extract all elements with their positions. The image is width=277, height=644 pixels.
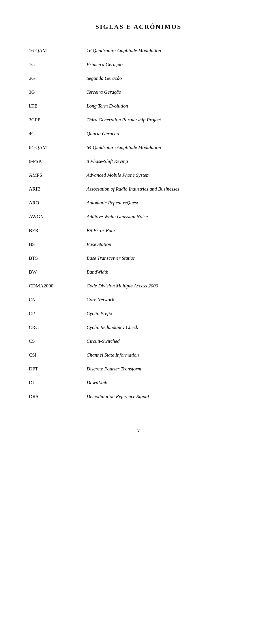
list-item: 16-QAM16 Quadrature Amplitude Modulation <box>29 48 248 59</box>
list-item: BERBit Error Rate <box>29 228 248 239</box>
list-item: 4GQuarta Geração <box>29 131 248 142</box>
list-item: BTSBase Transceiver Station <box>29 255 248 266</box>
page-title: SIGLAS E ACRÔNIMOS <box>29 23 248 31</box>
acronym-key: ARIB <box>29 186 87 192</box>
acronym-value: DownLink <box>87 380 248 386</box>
acronym-key: AWGN <box>29 214 87 220</box>
list-item: DLDownLink <box>29 380 248 391</box>
acronym-key: ARQ <box>29 200 87 206</box>
list-item: 1GPrimeira Geração <box>29 62 248 73</box>
acronym-key: 3GPP <box>29 117 87 123</box>
list-item: 8-PSK8 Phase-Shift Keying <box>29 159 248 170</box>
acronym-key: AMPS <box>29 172 87 178</box>
acronym-value: Primeira Geração <box>87 62 248 67</box>
acronym-value: Additive White Gaussian Noise <box>87 214 248 220</box>
acronym-value: Third Generation Partnership Project <box>87 117 248 123</box>
acronym-key: 4G <box>29 131 87 137</box>
acronym-key: DL <box>29 380 87 386</box>
acronym-value: Long Term Evolution <box>87 103 248 109</box>
list-item: 2GSegunda Geração <box>29 76 248 86</box>
list-item: ARQAutomatic Repeat reQuest <box>29 200 248 211</box>
acronym-value: Circuit-Switched <box>87 338 248 344</box>
acronym-key: BTS <box>29 255 87 261</box>
acronym-key: 2G <box>29 76 87 81</box>
acronym-key: CRC <box>29 325 87 330</box>
acronym-key: CP <box>29 311 87 317</box>
acronym-value: Bit Error Rate <box>87 228 248 234</box>
acronym-value: Channel State Information <box>87 352 248 358</box>
acronym-key: CS <box>29 338 87 344</box>
list-item: CSCircuit-Switched <box>29 338 248 349</box>
list-item: CNCore Network <box>29 297 248 308</box>
acronym-value: Quarta Geração <box>87 131 248 137</box>
acronym-value: Base Transceiver Station <box>87 255 248 261</box>
acronym-value: 16 Quadrature Amplitude Modulation <box>87 48 248 54</box>
list-item: ARIBAssociation of Radio Industries and … <box>29 186 248 197</box>
acronym-key: CDMA2000 <box>29 283 87 289</box>
acronym-key: BS <box>29 242 87 247</box>
acronym-key: 8-PSK <box>29 159 87 164</box>
acronym-key: 1G <box>29 62 87 67</box>
acronym-value: Discrete Fourier Transform <box>87 366 248 372</box>
acronym-value: Advanced Mobile Phone System <box>87 172 248 178</box>
acronym-value: Code Division Multiple Access 2000 <box>87 283 248 289</box>
page-number: v <box>29 428 248 433</box>
acronym-value: Automatic Repeat reQuest <box>87 200 248 206</box>
acronym-key: LTE <box>29 103 87 109</box>
acronym-value: Segunda Geração <box>87 76 248 81</box>
list-item: DRSDemodulation Reference Signal <box>29 394 248 405</box>
list-item: DFTDiscrete Fourier Transform <box>29 366 248 377</box>
acronym-value: Base Station <box>87 242 248 247</box>
list-item: CPCyclic Prefix <box>29 311 248 322</box>
list-item: CRCCyclic Redundancy Check <box>29 325 248 336</box>
acronym-value: Cyclic Redundancy Check <box>87 325 248 330</box>
acronym-value: 64 Quadrature Amplitude Modulation <box>87 145 248 150</box>
acronym-value: BandWidth <box>87 269 248 275</box>
acronym-value: Association of Radio Industries and Busi… <box>87 186 248 192</box>
list-item: 3GPPThird Generation Partnership Project <box>29 117 248 128</box>
acronym-key: CSI <box>29 352 87 358</box>
acronym-key: DRS <box>29 394 87 400</box>
acronym-value: 8 Phase-Shift Keying <box>87 159 248 164</box>
list-item: LTELong Term Evolution <box>29 103 248 114</box>
list-item: 64-QAM64 Quadrature Amplitude Modulation <box>29 145 248 156</box>
acronym-key: BER <box>29 228 87 234</box>
list-item: CSIChannel State Information <box>29 352 248 363</box>
list-item: 3GTerceira Geração <box>29 89 248 100</box>
list-item: BWBandWidth <box>29 269 248 280</box>
acronym-key: CN <box>29 297 87 303</box>
acronym-value: Demodulation Reference Signal <box>87 394 248 400</box>
list-item: AMPSAdvanced Mobile Phone System <box>29 172 248 183</box>
list-item: AWGNAdditive White Gaussian Noise <box>29 214 248 225</box>
acronym-value: Cyclic Prefix <box>87 311 248 317</box>
acronym-value: Core Network <box>87 297 248 303</box>
acronym-key: 64-QAM <box>29 145 87 150</box>
list-item: CDMA2000Code Division Multiple Access 20… <box>29 283 248 294</box>
acronym-key: 3G <box>29 89 87 95</box>
acronym-value: Terceira Geração <box>87 89 248 95</box>
acronym-key: 16-QAM <box>29 48 87 54</box>
list-item: BSBase Station <box>29 242 248 253</box>
acronym-key: BW <box>29 269 87 275</box>
acronym-key: DFT <box>29 366 87 372</box>
acronym-list: 16-QAM16 Quadrature Amplitude Modulation… <box>29 48 248 405</box>
